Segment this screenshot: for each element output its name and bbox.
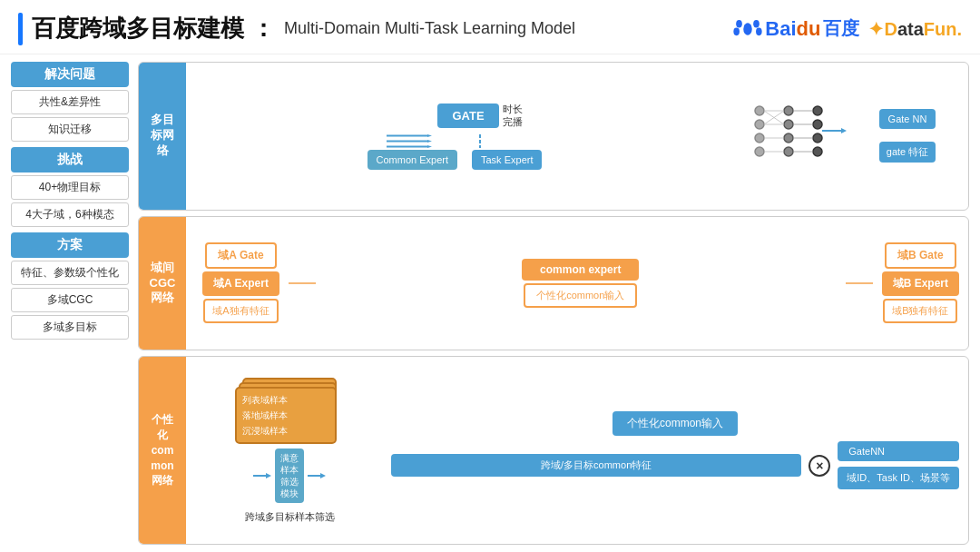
arrow2 — [387, 140, 432, 143]
cgc-domain-b: 域B Gate 域B Expert 域B独有特征 — [882, 242, 959, 323]
svg-point-13 — [755, 120, 764, 129]
r3-middle-row: 跨域/多目标common特征 × GateNN 域ID、Task ID、场景等 — [391, 441, 959, 489]
row1-right-boxes: Gate NN gate 特征 — [879, 109, 936, 163]
cgc-common-input: 个性化common输入 — [524, 283, 637, 308]
cgc-center: common expert 个性化common输入 — [325, 259, 837, 308]
svg-point-28 — [813, 133, 822, 143]
task-expert-box: Task Expert — [472, 150, 542, 170]
datafun-logo: ✦DataFun. — [868, 18, 962, 40]
svg-marker-10 — [427, 145, 432, 148]
common-expert-box: Common Expert — [368, 150, 457, 170]
row-label-multi-target: 多目 标网 络 — [139, 63, 186, 210]
sidebar-item-multi-target: 多域多目标 — [11, 315, 129, 340]
sidebar: 解决问题 共性&差异性 知识迁移 挑战 40+物理目标 4大子域，6种模态 方案… — [11, 62, 129, 545]
cgc-common-expert: common expert — [522, 259, 639, 281]
svg-marker-39 — [266, 473, 271, 478]
svg-point-16 — [784, 106, 793, 115]
header-logos: Baidu百度 ✦DataFun. — [730, 15, 962, 44]
r3-multiply: × — [808, 455, 830, 477]
sidebar-header-challenges: 挑战 — [11, 147, 129, 172]
sidebar-section-problems: 解决问题 共性&差异性 知识迁移 — [11, 62, 129, 142]
row1-left-section: GATE 时长 完播 Common Expert Task Expert — [201, 103, 709, 170]
cgc-domain-b-gate: 域B Gate — [885, 242, 956, 269]
header: 百度跨域多目标建模 ： Multi-Domain Multi-Task Lear… — [0, 0, 980, 54]
sidebar-item-multi-cgc: 多域CGC — [11, 288, 129, 312]
svg-point-26 — [813, 106, 822, 115]
sidebar-item-transfer: 知识迁移 — [11, 117, 129, 142]
neural-network-viz — [750, 100, 868, 172]
svg-point-14 — [755, 133, 764, 143]
sample-box-front: 列表域样本 落地域样本 沉浸域样本 — [235, 387, 337, 444]
expert-row: Common Expert Task Expert — [368, 150, 543, 170]
arrow3 — [387, 145, 432, 148]
baidu-logo: Baidu百度 — [730, 15, 859, 44]
header-colon: ： — [251, 13, 275, 44]
row-label-cgc: 域间 CGC 网络 — [139, 217, 186, 350]
svg-point-18 — [784, 133, 793, 143]
svg-point-17 — [784, 120, 793, 129]
svg-point-12 — [755, 106, 764, 115]
gate-box: GATE — [437, 104, 498, 128]
baidu-du: du — [797, 17, 821, 41]
header-title-cn: 百度跨域多目标建模 — [32, 13, 244, 44]
baidu-icon — [730, 15, 765, 44]
cgc-domain-a-gate: 域A Gate — [205, 242, 276, 269]
svg-point-4 — [756, 27, 762, 35]
svg-point-27 — [813, 120, 822, 129]
main-content: 解决问题 共性&差异性 知识迁移 挑战 40+物理目标 4大子域，6种模态 方案… — [0, 54, 980, 552]
row3-selection-label: 跨域多目标样本筛选 — [245, 510, 335, 524]
sample-text-3: 沉浸域样本 — [242, 423, 329, 439]
cgc-domain-a: 域A Gate 域A Expert 域A独有特征 — [202, 242, 279, 323]
r3-cross-domain: 跨域/多目标common特征 — [391, 454, 801, 477]
cgc-domain-a-feature: 域A独有特征 — [203, 299, 278, 323]
content-area: 多目 标网 络 — [138, 62, 969, 545]
sidebar-header-solutions: 方案 — [11, 232, 129, 258]
filter-box: 满意 样本 筛选 模块 — [275, 448, 304, 503]
gate-area: GATE 时长 完播 — [387, 103, 522, 148]
svg-point-1 — [736, 20, 742, 28]
cgc-domain-a-expert: 域A Expert — [202, 271, 279, 296]
header-accent — [18, 13, 23, 45]
gate-down-arrow — [479, 134, 481, 148]
row-content-personalized: 列表域样本 落地域样本 沉浸域样本 满意 样本 筛选 模块 跨域多目标样本筛选 — [193, 357, 968, 544]
sample-texts: 列表域样本 落地域样本 沉浸域样本 — [242, 392, 329, 439]
svg-marker-35 — [841, 128, 847, 133]
arrow1 — [387, 134, 432, 137]
row1-inner: GATE 时长 完播 Common Expert Task Expert — [201, 100, 961, 172]
sample-text-2: 落地域样本 — [242, 408, 329, 423]
svg-point-2 — [753, 20, 760, 28]
cgc-arrows-right — [846, 251, 873, 315]
svg-marker-8 — [427, 140, 432, 143]
row-content-multi-target: GATE 时长 完播 Common Expert Task Expert — [193, 63, 968, 210]
baidu-text: Bai — [765, 17, 796, 41]
sidebar-section-challenges: 挑战 40+物理目标 4大子域，6种模态 — [11, 147, 129, 227]
sidebar-header-problems: 解决问题 — [11, 62, 129, 87]
svg-marker-6 — [427, 134, 432, 137]
svg-point-19 — [784, 147, 793, 156]
sidebar-item-domains: 4大子域，6种模态 — [11, 202, 129, 227]
row-multi-target: 多目 标网 络 — [138, 62, 969, 211]
header-title-en: Multi-Domain Multi-Task Learning Model — [284, 19, 575, 38]
svg-point-15 — [755, 147, 764, 156]
baidu-cn: 百度 — [823, 16, 859, 41]
r3-domain-info: 域ID、Task ID、场景等 — [838, 467, 959, 489]
svg-point-3 — [734, 27, 740, 35]
sample-text-1: 列表域样本 — [242, 392, 329, 408]
cgc-domain-b-expert: 域B Expert — [882, 271, 959, 296]
gate-nn-box: Gate NN — [879, 109, 936, 129]
row-cgc: 域间 CGC 网络 域A Gate 域A Expert 域A独有特征 commo… — [138, 216, 969, 351]
gate-column: GATE 时长 完播 — [437, 103, 522, 148]
arrow-from-filter — [308, 468, 326, 483]
row1-right-section: Gate NN gate 特征 — [725, 100, 961, 172]
sample-stack: 列表域样本 落地域样本 沉浸域样本 — [235, 378, 344, 441]
gate-with-note: GATE 时长 完播 — [437, 103, 522, 129]
svg-marker-41 — [320, 473, 326, 478]
filter-row: 满意 样本 筛选 模块 — [253, 448, 326, 503]
sidebar-item-similarity: 共性&差异性 — [11, 90, 129, 114]
gate-feature-box: gate 特征 — [879, 142, 936, 163]
r3-gate-nn: GateNN — [838, 441, 959, 461]
row-label-personalized: 个性 化 com mon 网络 — [139, 357, 186, 544]
neural-net-svg — [750, 100, 868, 168]
sidebar-item-40targets: 40+物理目标 — [11, 175, 129, 200]
row-personalized: 个性 化 com mon 网络 — [138, 356, 969, 545]
